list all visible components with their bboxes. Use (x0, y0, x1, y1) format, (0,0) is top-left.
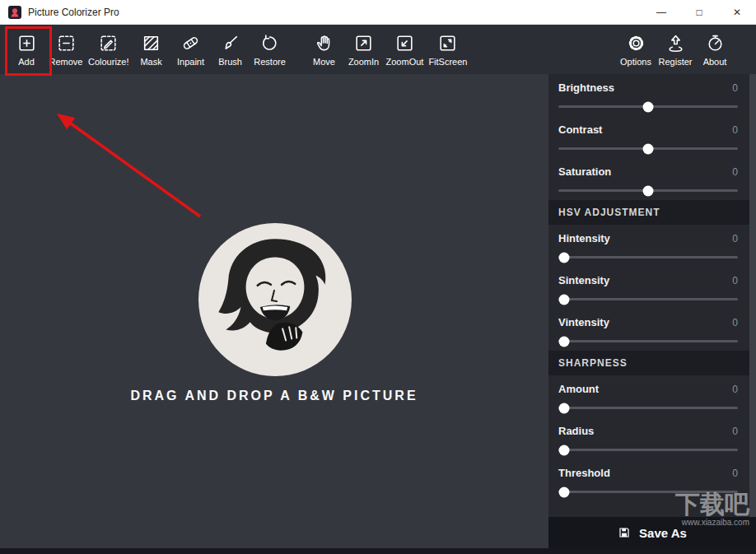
vintensity-slider-track[interactable] (558, 340, 738, 342)
hand-icon (314, 32, 334, 54)
options-label: Options (620, 57, 651, 67)
restore-label: Restore (254, 57, 286, 67)
vintensity-value: 0 (732, 317, 738, 328)
app-icon (8, 6, 21, 19)
contrast-slider-track[interactable] (558, 147, 738, 150)
inpaint-icon (180, 32, 201, 54)
saturation-label: Saturation (558, 165, 611, 178)
remove-button[interactable]: Remove (46, 32, 86, 67)
brightness-slider-thumb[interactable] (643, 101, 654, 112)
register-label: Register (659, 57, 693, 67)
move-button[interactable]: Move (305, 32, 344, 67)
window-title: Picture Colorizer Pro (28, 7, 119, 18)
add-icon (16, 32, 37, 54)
save-as-button[interactable]: Save As (548, 517, 756, 548)
amount-label: Amount (558, 383, 599, 395)
colorize-label: Colourize! (88, 57, 129, 67)
zoom-in-icon (353, 32, 374, 54)
register-icon (665, 32, 686, 54)
toolbar-group-app: OptionsRegisterAbout (616, 32, 735, 67)
remove-icon (56, 32, 77, 54)
drop-hint-text: DRAG AND DROP A B&W PICTURE (0, 389, 548, 403)
vintensity-slider-row: Vintensity0 (548, 309, 749, 342)
contrast-label: Contrast (558, 123, 602, 136)
gear-icon (626, 32, 646, 54)
remove-label: Remove (49, 57, 83, 67)
canvas-drop-area[interactable]: DRAG AND DROP A B&W PICTURE (0, 74, 548, 548)
zoomin-button[interactable]: ZoomIn (344, 32, 384, 67)
zoom-out-icon (394, 32, 415, 54)
mask-icon (141, 32, 161, 54)
hintensity-label: Hintensity (558, 232, 610, 244)
panel-scrollbar[interactable] (749, 74, 756, 517)
threshold-label: Threshold (558, 467, 610, 479)
minimize-button[interactable]: — (642, 0, 680, 25)
amount-slider-row: Amount0 (548, 375, 749, 409)
maximize-button[interactable]: □ (680, 0, 718, 25)
adjustment-panel: Brightness0Contrast0Saturation0HSV ADJUS… (548, 74, 749, 548)
fitscreen-button[interactable]: FitScreen (426, 32, 469, 67)
sintensity-value: 0 (732, 275, 738, 286)
saturation-value: 0 (732, 166, 738, 178)
vintensity-slider-thumb[interactable] (559, 336, 570, 347)
about-label: About (703, 57, 727, 67)
amount-slider-track[interactable] (558, 407, 738, 409)
preview-image (196, 221, 354, 379)
titlebar: Picture Colorizer Pro — □ ✕ (0, 0, 756, 25)
bottom-bar (0, 548, 756, 554)
save-icon (618, 526, 631, 539)
toolbar-group-file: AddRemoveColourize!MaskInpaintBrushResto… (7, 32, 290, 67)
fitscreen-label: FitScreen (428, 57, 467, 67)
sintensity-slider-thumb[interactable] (559, 294, 570, 305)
restore-icon (259, 32, 280, 54)
colorize-button[interactable]: Colourize! (86, 32, 132, 67)
saturation-slider-track[interactable] (558, 189, 738, 192)
brush-icon (220, 32, 240, 54)
window-controls: — □ ✕ (642, 0, 756, 25)
about-button[interactable]: About (695, 32, 735, 67)
saturation-slider-row: Saturation0 (548, 158, 749, 192)
inpaint-button[interactable]: Inpaint (171, 32, 211, 67)
options-button[interactable]: Options (616, 32, 656, 67)
add-button[interactable]: Add (7, 32, 46, 67)
radius-slider-thumb[interactable] (559, 445, 570, 455)
radius-value: 0 (732, 426, 738, 437)
threshold-slider-thumb[interactable] (559, 486, 570, 497)
brush-button[interactable]: Brush (211, 32, 250, 67)
sintensity-label: Sintensity (558, 274, 609, 286)
saturation-slider-thumb[interactable] (643, 185, 654, 196)
hintensity-value: 0 (732, 233, 738, 244)
radius-label: Radius (558, 425, 594, 437)
amount-value: 0 (732, 384, 738, 395)
brightness-slider-row: Brightness0 (548, 74, 749, 108)
threshold-slider-row: Threshold0 (548, 459, 749, 493)
hintensity-slider-row: Hintensity0 (548, 225, 749, 258)
brightness-value: 0 (732, 82, 738, 94)
brightness-slider-track[interactable] (558, 105, 738, 108)
threshold-value: 0 (732, 468, 738, 479)
radius-slider-row: Radius0 (548, 417, 749, 451)
hintensity-slider-track[interactable] (558, 256, 738, 258)
sintensity-slider-track[interactable] (558, 298, 738, 300)
app-window: Picture Colorizer Pro — □ ✕ AddRemoveCol… (0, 0, 756, 554)
brush-label: Brush (218, 57, 242, 67)
zoomout-label: ZoomOut (386, 57, 424, 67)
register-button[interactable]: Register (656, 32, 695, 67)
mask-label: Mask (140, 57, 161, 67)
close-button[interactable]: ✕ (718, 0, 756, 25)
add-label: Add (18, 57, 35, 67)
colorize-icon (98, 32, 119, 54)
restore-button[interactable]: Restore (250, 32, 290, 67)
amount-slider-thumb[interactable] (559, 403, 570, 413)
sintensity-slider-row: Sintensity0 (548, 267, 749, 300)
mask-button[interactable]: Mask (132, 32, 171, 67)
threshold-slider-track[interactable] (558, 491, 738, 493)
hintensity-slider-thumb[interactable] (559, 252, 570, 263)
toolbar-group-view: MoveZoomInZoomOutFitScreen (305, 32, 470, 67)
radius-slider-track[interactable] (558, 449, 738, 451)
contrast-slider-thumb[interactable] (643, 143, 654, 154)
zoomout-button[interactable]: ZoomOut (384, 32, 427, 67)
move-label: Move (313, 57, 335, 67)
inpaint-label: Inpaint (177, 57, 204, 67)
sharpness-header: SHARPNESS (548, 351, 749, 375)
